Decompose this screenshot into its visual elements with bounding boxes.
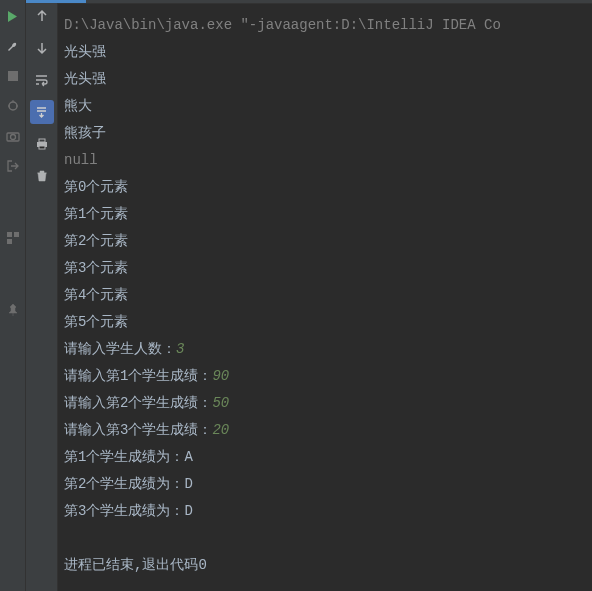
output-line: 第1个元素 — [64, 201, 586, 228]
input-line: 请输入第3个学生成绩：20 — [64, 417, 586, 444]
print-icon[interactable] — [30, 132, 54, 156]
input-line: 请输入第1个学生成绩：90 — [64, 363, 586, 390]
console-toolbar — [26, 0, 58, 591]
console-panel: D:\Java\bin\java.exe "-javaagent:D:\Inte… — [58, 0, 592, 591]
pin-icon[interactable] — [5, 302, 21, 318]
output-line: 第2个学生成绩为：D — [64, 471, 586, 498]
run-icon[interactable] — [5, 8, 21, 24]
command-line: D:\Java\bin\java.exe "-javaagent:D:\Inte… — [64, 12, 586, 39]
svg-rect-9 — [7, 239, 12, 244]
svg-point-1 — [9, 102, 17, 110]
trash-icon[interactable] — [30, 164, 54, 188]
svg-point-6 — [10, 135, 15, 140]
output-line: 第1个学生成绩为：A — [64, 444, 586, 471]
blank-line — [64, 525, 586, 552]
svg-rect-12 — [39, 146, 45, 149]
svg-rect-0 — [8, 71, 18, 81]
svg-rect-8 — [14, 232, 19, 237]
output-line: 第0个元素 — [64, 174, 586, 201]
ide-left-toolbar — [0, 0, 26, 591]
output-line: 熊孩子 — [64, 120, 586, 147]
svg-rect-7 — [7, 232, 12, 237]
output-line: 第3个学生成绩为：D — [64, 498, 586, 525]
layout-icon[interactable] — [5, 230, 21, 246]
tab-indicator — [58, 0, 592, 4]
svg-rect-11 — [39, 139, 45, 142]
stop-icon[interactable] — [5, 68, 21, 84]
output-line: 光头强 — [64, 39, 586, 66]
up-arrow-icon[interactable] — [30, 4, 54, 28]
camera-icon[interactable] — [5, 128, 21, 144]
output-line: 第5个元素 — [64, 309, 586, 336]
null-output: null — [64, 147, 586, 174]
wrench-icon[interactable] — [5, 38, 21, 54]
console-output[interactable]: D:\Java\bin\java.exe "-javaagent:D:\Inte… — [58, 4, 592, 591]
input-line: 请输入第2个学生成绩：50 — [64, 390, 586, 417]
scroll-to-end-icon[interactable] — [30, 100, 54, 124]
bug-icon[interactable] — [5, 98, 21, 114]
output-line: 第2个元素 — [64, 228, 586, 255]
input-line: 请输入学生人数：3 — [64, 336, 586, 363]
output-line: 熊大 — [64, 93, 586, 120]
exit-message: 进程已结束,退出代码0 — [64, 552, 586, 579]
output-line: 第4个元素 — [64, 282, 586, 309]
down-arrow-icon[interactable] — [30, 36, 54, 60]
exit-icon[interactable] — [5, 158, 21, 174]
soft-wrap-icon[interactable] — [30, 68, 54, 92]
output-line: 第3个元素 — [64, 255, 586, 282]
output-line: 光头强 — [64, 66, 586, 93]
